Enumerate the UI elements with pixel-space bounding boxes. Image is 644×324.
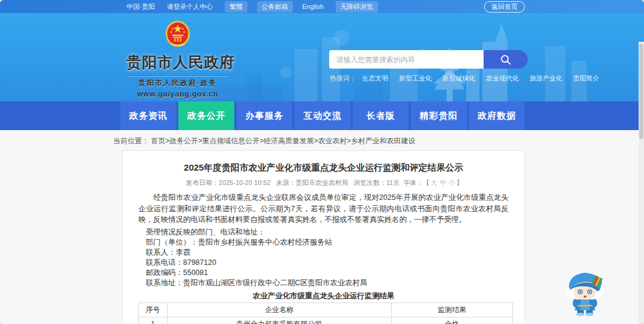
nav-tab-政务资讯[interactable]: 政务资讯 xyxy=(120,101,176,130)
table-title: 农业产业化市级重点龙头企业运行监测结果 xyxy=(138,291,509,301)
search-input[interactable] xyxy=(329,50,484,69)
nav-tabs: 政务资讯政务公开办事服务互动交流长者版精彩贵阳政府数据 xyxy=(120,101,525,130)
site-title: 贵阳市人民政府 xyxy=(126,53,229,72)
topbar-link[interactable]: 中国·贵阳 xyxy=(126,2,155,11)
breadcrumb-path[interactable]: 首页>政务公开>重点领域信息公开>经济高质量发展>农业农村>乡村产业和农田建设 xyxy=(151,137,415,145)
monitoring-result-table: 序号企业名称监测结果 1贵州合力超市采购有限公司合格2贵州友禾种业有限公司合格3… xyxy=(138,303,513,324)
font-size-controls: 大中小 xyxy=(429,179,456,186)
hot-search-row: 热搜词： 生态文明新型工业化新型城镇化农业现代化旅游产业化贵阳简介 xyxy=(330,74,610,83)
browser-page: 中国·贵阳请登录个人中心繁體公务邮箱English无障碍浏览 返回首页 xyxy=(0,0,644,324)
table-header-cell: 监测结果 xyxy=(391,303,512,317)
nav-tab-政府数据[interactable]: 政府数据 xyxy=(469,101,525,130)
contact-line: 邮政编码：550081 xyxy=(138,268,509,278)
contact-line: 联系人：李霞 xyxy=(138,248,509,258)
table-header-cell: 序号 xyxy=(139,303,168,317)
table-cell: 1 xyxy=(139,317,168,324)
table-header-row: 序号企业名称监测结果 xyxy=(139,303,513,317)
breadcrumb-label: 当前位置： xyxy=(113,137,149,145)
topbar-link[interactable]: 无障碍浏览 xyxy=(336,1,378,13)
table-cell: 贵州合力超市采购有限公司 xyxy=(167,317,391,324)
article-title: 2025年度贵阳市农业产业化市级重点龙头企业运行监测和评定结果公示 xyxy=(138,162,509,174)
scrollbar-thumb[interactable] xyxy=(639,44,643,139)
font-size-option[interactable]: 中 xyxy=(439,179,446,186)
search-button[interactable] xyxy=(484,50,528,69)
nav-tab-政务公开[interactable]: 政务公开 xyxy=(178,101,234,130)
search-icon xyxy=(499,53,512,66)
topbar-links: 中国·贵阳请登录个人中心繁體公务邮箱English无障碍浏览 xyxy=(126,1,388,13)
font-size-label: 字体：【 xyxy=(403,179,429,186)
article-meta: 发布日期：2025-10-20 10:52 来源：贵阳市农业农村局 浏览次数：1… xyxy=(138,178,509,187)
contact-line: 联系电话：87987120 xyxy=(138,258,509,268)
hot-search-term[interactable]: 新型城镇化 xyxy=(442,74,475,83)
return-home-button[interactable]: 返回首页 xyxy=(484,1,525,13)
font-size-option[interactable]: 小 xyxy=(448,179,455,186)
national-emblem-icon xyxy=(165,20,191,49)
site-subtitle: 贵阳市人民政府·政务 xyxy=(126,78,229,88)
table-header-cell: 企业名称 xyxy=(167,303,391,317)
article-source: 来源：贵阳市农业农村局 xyxy=(276,179,348,186)
contact-line: 部门（单位）：贵阳市乡村振兴服务中心农村经济服务站 xyxy=(138,237,509,248)
assistant-mascot[interactable] xyxy=(563,269,607,316)
topbar-link[interactable]: 繁體 xyxy=(225,1,247,13)
top-utility-bar: 中国·贵阳请登录个人中心繁體公务邮箱English无障碍浏览 返回首页 xyxy=(0,0,644,13)
hot-search-term[interactable]: 生态文明 xyxy=(362,74,388,83)
nav-tab-精彩贵阳[interactable]: 精彩贵阳 xyxy=(411,101,466,130)
article-paragraph: 经贵阳市农业产业化市级重点龙头企业联席会议成员单位审定，现对2025年开展的农业… xyxy=(138,192,509,226)
topbar-link[interactable]: English xyxy=(302,3,324,10)
contact-line: 联系地址：贵阳市观山湖区市级行政中心二期C区贵阳市农业农村局 xyxy=(138,278,509,288)
contact-info: 受理情况反映的部门、电话和地址：部门（单位）：贵阳市乡村振兴服务中心农村经济服务… xyxy=(138,227,509,288)
site-banner: 贵阳市人民政府 贵阳市人民政府·政务 www.guiyang.gov.cn 热搜… xyxy=(0,13,644,101)
hot-search-term[interactable]: 新型工业化 xyxy=(399,74,432,83)
font-size-label-close: 】 xyxy=(456,179,463,186)
search-box xyxy=(329,50,528,69)
logo-divider xyxy=(128,75,228,76)
main-navbar: 政务资讯政务公开办事服务互动交流长者版精彩贵阳政府数据 xyxy=(0,101,644,130)
hot-search-terms: 生态文明新型工业化新型城镇化农业现代化旅游产业化贵阳简介 xyxy=(362,74,610,83)
site-logo: 贵阳市人民政府 贵阳市人民政府·政务 www.guiyang.gov.cn xyxy=(126,20,229,98)
publish-date: 发布日期：2025-10-20 10:52 xyxy=(186,179,271,186)
site-url: www.guiyang.gov.cn xyxy=(126,90,229,98)
nav-tab-互动交流[interactable]: 互动交流 xyxy=(295,101,350,130)
view-count: 浏览次数：11次 xyxy=(354,179,400,186)
hot-search-label: 热搜词： xyxy=(330,74,356,83)
nav-tab-长者版[interactable]: 长者版 xyxy=(353,101,408,130)
article-card: 2025年度贵阳市农业产业化市级重点龙头企业运行监测和评定结果公示 发布日期：2… xyxy=(122,150,525,324)
hot-search-term[interactable]: 农业现代化 xyxy=(486,74,519,83)
font-size-option[interactable]: 大 xyxy=(431,179,437,186)
contact-line: 受理情况反映的部门、电话和地址： xyxy=(138,227,509,237)
page-scrollbar[interactable] xyxy=(639,42,644,324)
hot-search-term[interactable]: 旅游产业化 xyxy=(530,74,562,83)
topbar-link[interactable]: 请登录个人中心 xyxy=(167,2,213,11)
hot-search-term[interactable]: 贵阳简介 xyxy=(573,74,599,83)
topbar-link[interactable]: 公务邮箱 xyxy=(257,1,293,13)
breadcrumb: 当前位置： 首页>政务公开>重点领域信息公开>经济高质量发展>农业农村>乡村产业… xyxy=(113,136,415,146)
table-row: 1贵州合力超市采购有限公司合格 xyxy=(139,317,513,324)
table-cell: 合格 xyxy=(391,317,512,324)
nav-tab-办事服务[interactable]: 办事服务 xyxy=(237,101,292,130)
